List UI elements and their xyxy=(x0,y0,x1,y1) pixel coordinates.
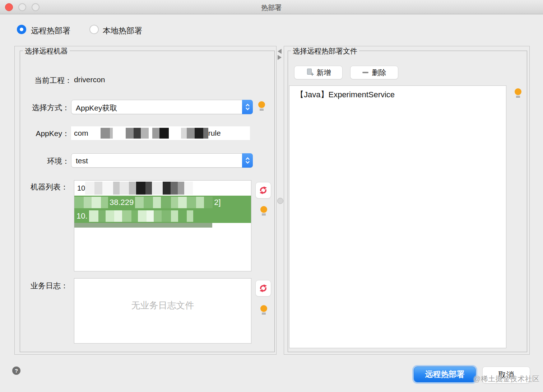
refresh-machines-button[interactable] xyxy=(255,182,271,199)
updown-chevron-icon xyxy=(245,157,250,164)
radio-local-deploy[interactable] xyxy=(89,25,99,34)
selected-row1-tail: 2] xyxy=(213,198,222,207)
radio-remote-deploy-label[interactable]: 远程热部署 xyxy=(31,25,70,36)
appkey-field[interactable]: com rule xyxy=(71,126,250,140)
method-select[interactable]: AppKey获取 xyxy=(71,100,253,114)
env-select-value: test xyxy=(76,157,88,165)
title-bar: 热部署 xyxy=(0,0,543,14)
selected-row2-redaction xyxy=(89,210,193,222)
add-file-button-label: 新增 xyxy=(317,68,331,78)
env-select[interactable]: test xyxy=(71,153,253,168)
machine-list[interactable]: 10 38.229 2] 10. xyxy=(74,180,251,271)
appkey-redaction xyxy=(88,128,208,139)
selected-row2-prefix: 10. xyxy=(74,211,89,221)
splitter-drag-handle[interactable] xyxy=(277,198,283,204)
left-pane: 选择远程机器 当前工程： drivercon 选择方式： AppKey获取 Ap… xyxy=(14,46,277,355)
project-label: 当前工程： xyxy=(29,75,72,85)
updown-chevron-icon xyxy=(245,103,250,111)
deploy-file-list[interactable]: 【Java】ExperimentService xyxy=(289,85,506,348)
refresh-log-button[interactable] xyxy=(255,280,271,297)
appkey-label: AppKey： xyxy=(27,129,70,139)
method-select-stepper[interactable] xyxy=(242,100,253,114)
deploy-files-groupbox: 选择远程热部署文件 + 新增 删除 【Java】ExperimentServic… xyxy=(288,51,527,352)
right-groupbox-title: 选择远程热部署文件 xyxy=(291,46,359,56)
add-file-icon: + xyxy=(306,69,313,76)
machines-label: 机器列表： xyxy=(25,182,68,192)
right-pane: 选择远程热部署文件 + 新增 删除 【Java】ExperimentServic… xyxy=(284,46,530,355)
deploy-file-item[interactable]: 【Java】ExperimentService xyxy=(289,86,506,104)
left-groupbox-title: 选择远程机器 xyxy=(23,46,70,56)
machine-list-blur-strip xyxy=(74,223,212,228)
selected-row1-redaction-right xyxy=(135,197,213,208)
refresh-icon xyxy=(259,284,268,293)
refresh-icon xyxy=(259,186,268,195)
machine-row1-prefix: 10 xyxy=(77,184,85,192)
help-button[interactable]: ? xyxy=(12,367,20,375)
deploy-mode-radios: 远程热部署 本地热部署 xyxy=(0,22,543,37)
method-hint-lightbulb-icon[interactable] xyxy=(258,101,265,111)
delete-file-button-label: 删除 xyxy=(372,68,386,78)
watermark: @稀土掘金技术社区 xyxy=(473,374,540,384)
delete-file-button[interactable]: 删除 xyxy=(350,66,398,79)
log-hint-lightbulb-icon[interactable] xyxy=(260,305,267,314)
appkey-suffix: rule xyxy=(208,129,221,137)
splitter-collapse-right-icon[interactable] xyxy=(278,55,282,60)
remote-machine-groupbox: 选择远程机器 当前工程： drivercon 选择方式： AppKey获取 Ap… xyxy=(20,51,275,352)
machine-list-selected-rows[interactable]: 38.229 2] 10. xyxy=(74,196,251,223)
machine-row1-redaction xyxy=(85,182,193,195)
selected-row1-redaction-left xyxy=(74,197,108,208)
radio-local-deploy-label[interactable]: 本地热部署 xyxy=(103,25,142,36)
minus-icon xyxy=(362,72,368,73)
env-label: 环境： xyxy=(27,156,70,166)
window-title: 热部署 xyxy=(0,3,543,13)
method-label: 选择方式： xyxy=(27,103,70,113)
add-file-button[interactable]: + 新增 xyxy=(294,66,343,79)
log-placeholder: 无业务日志文件 xyxy=(74,299,251,311)
appkey-prefix: com xyxy=(74,129,88,137)
files-hint-lightbulb-icon[interactable] xyxy=(514,88,521,98)
env-select-stepper[interactable] xyxy=(242,153,253,168)
method-select-value: AppKey获取 xyxy=(76,103,117,113)
machine-list-row[interactable]: 10 xyxy=(74,181,251,196)
selected-row1-text: 38.229 xyxy=(108,198,135,207)
machines-hint-lightbulb-icon[interactable] xyxy=(260,206,267,215)
splitter-collapse-left-icon[interactable] xyxy=(278,49,282,54)
log-label: 业务日志： xyxy=(25,281,68,291)
business-log-box[interactable]: 无业务日志文件 xyxy=(74,278,251,344)
project-value: drivercon xyxy=(74,75,105,84)
radio-remote-deploy[interactable] xyxy=(17,25,26,34)
remote-deploy-button[interactable]: 远程热部署 xyxy=(414,367,476,382)
